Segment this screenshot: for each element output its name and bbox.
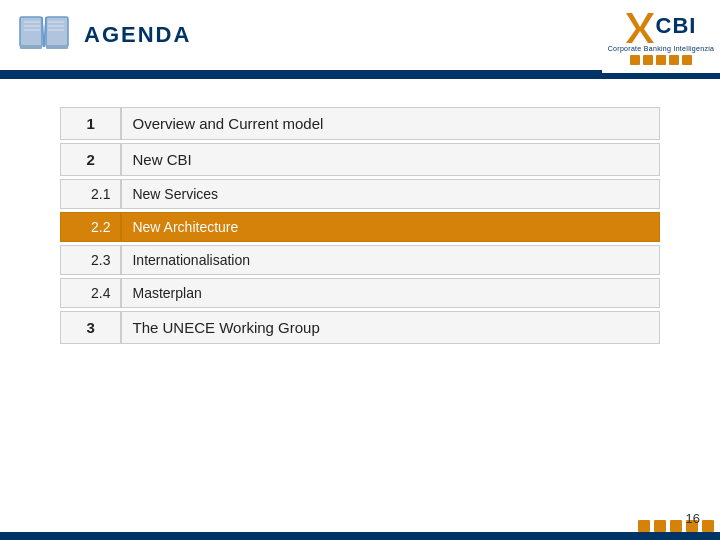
row-label: New Services [121,179,660,209]
row-label: Overview and Current model [121,107,660,140]
cbi-cross-icon [626,9,654,43]
row-label: New Architecture [121,212,660,242]
table-row: 3 The UNECE Working Group [60,311,660,344]
row-number: 1 [60,107,121,140]
svg-rect-5 [46,45,68,49]
table-row-highlight: 2.2 New Architecture [60,212,660,242]
main-content: 1 Overview and Current model 2 New CBI 2… [0,79,720,364]
row-number: 2.2 [60,212,121,242]
footer-dot-1 [638,520,650,532]
footer-dot-3 [670,520,682,532]
footer: 16 [0,510,720,540]
row-number: 2.4 [60,278,121,308]
table-row: 2.1 New Services [60,179,660,209]
cbi-brand-text: CBI [656,13,697,39]
svg-rect-4 [20,45,42,49]
cbi-dot-5 [682,55,692,65]
footer-dots [638,520,720,532]
page-title: AGENDA [84,22,191,48]
row-label: Internationalisation [121,245,660,275]
footer-stripe [0,532,720,540]
row-number: 2.1 [60,179,121,209]
cbi-subtitle: Corporate Banking Intelligenzia [608,45,715,52]
header: AGENDA CBI Corporate Banking Intelligenz… [0,0,720,73]
row-label: The UNECE Working Group [121,311,660,344]
cbi-logo-icon: CBI [626,9,697,43]
table-row: 2 New CBI [60,143,660,176]
table-row: 2.3 Internationalisation [60,245,660,275]
table-row: 2.4 Masterplan [60,278,660,308]
cbi-dot-2 [643,55,653,65]
row-number: 3 [60,311,121,344]
cbi-dot-4 [669,55,679,65]
cbi-dot-row [630,55,692,65]
row-number: 2 [60,143,121,176]
cbi-dot-1 [630,55,640,65]
row-label: New CBI [121,143,660,176]
cbi-dot-3 [656,55,666,65]
book-icon [16,9,72,61]
row-label: Masterplan [121,278,660,308]
table-row: 1 Overview and Current model [60,107,660,140]
cbi-logo: CBI Corporate Banking Intelligenzia [602,0,720,73]
page-number: 16 [686,511,700,526]
footer-dot-2 [654,520,666,532]
row-number: 2.3 [60,245,121,275]
agenda-table: 1 Overview and Current model 2 New CBI 2… [60,107,660,344]
footer-dot-5 [702,520,714,532]
